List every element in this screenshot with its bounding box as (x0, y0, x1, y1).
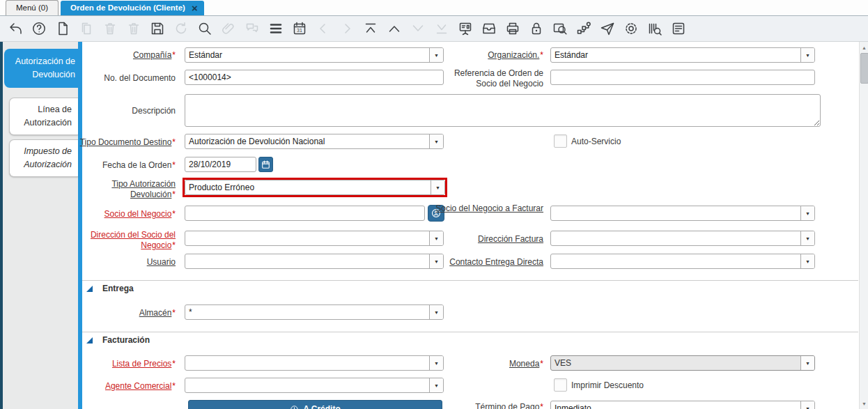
app-window: Menú (0) Orden de Devolución (Cliente) ×… (0, 0, 868, 409)
report-icon[interactable] (457, 21, 473, 37)
zoom-across-icon[interactable] (552, 21, 568, 37)
usuario-combobox[interactable]: ▼ (185, 254, 444, 269)
section-entrega: Entrega (86, 284, 134, 293)
termino-pago-combobox[interactable]: Inmediato▼ (550, 401, 815, 409)
chevron-down-icon[interactable]: ▼ (800, 206, 814, 220)
almacen-label[interactable]: Almacén (70, 308, 176, 318)
parent-record-icon (315, 21, 331, 37)
detail-record-icon (339, 21, 355, 37)
attachment-icon (220, 21, 236, 37)
direccion-factura-combobox[interactable]: ▼ (550, 231, 815, 246)
undo-icon[interactable] (7, 21, 23, 37)
tab-menu[interactable]: Menú (0) (6, 0, 59, 15)
calendar-icon[interactable]: 31 (291, 21, 307, 37)
imprimir-descuento-checkbox[interactable] (554, 378, 567, 392)
referencia-orden-input[interactable] (550, 70, 815, 85)
save-icon[interactable] (149, 21, 165, 37)
socio-negocio-label[interactable]: Socio del Negocio (70, 209, 176, 219)
compania-combobox[interactable]: Estándar▼ (185, 47, 444, 63)
svg-text:31: 31 (297, 28, 302, 33)
section-facturacion-title: Facturación (102, 335, 150, 345)
imprimir-descuento-label: Imprimir Descuento (571, 380, 644, 390)
descripcion-textarea[interactable] (185, 94, 821, 127)
usuario-label[interactable]: Usuario (70, 257, 176, 268)
chevron-down-icon[interactable]: ▼ (800, 231, 814, 245)
socio-facturar-combobox[interactable]: ▼ (550, 206, 815, 221)
organizacion-combobox[interactable]: Estándar▼ (550, 47, 815, 63)
tab-orden-devolucion-label: Orden de Devolución (Cliente) (70, 1, 185, 15)
help-icon[interactable] (31, 21, 47, 37)
almacen-combobox[interactable]: *▼ (185, 304, 444, 320)
new-record-icon[interactable] (54, 21, 70, 37)
direccion-socio-label[interactable]: Dirección del Socio del Negocio (70, 230, 176, 251)
moneda-label[interactable]: Moneda (432, 359, 543, 369)
lista-precios-label[interactable]: Lista de Precios (70, 359, 176, 369)
find-icon[interactable] (196, 21, 212, 37)
previous-record-icon[interactable] (386, 21, 402, 37)
section-divider (82, 280, 858, 281)
request-icon[interactable] (599, 21, 615, 37)
a-credito-button[interactable]: A Crédito (188, 400, 442, 409)
auto-servicio-checkbox[interactable] (554, 134, 567, 148)
chevron-down-icon[interactable]: ▼ (800, 254, 814, 268)
workflow-icon[interactable] (575, 21, 591, 37)
vertical-scrollbar[interactable]: ▲ ▼ (859, 42, 868, 409)
chevron-down-icon[interactable]: ▼ (429, 305, 443, 319)
next-record-icon (410, 21, 426, 37)
scrollbar-thumb[interactable] (860, 53, 868, 84)
compania-label[interactable]: Compañía (70, 50, 176, 61)
tipo-autorizacion-combobox[interactable]: Producto Erróneo▼ (185, 180, 445, 195)
grid-toggle-icon[interactable] (268, 21, 284, 37)
tab-orden-devolucion[interactable]: Orden de Devolución (Cliente) × (61, 1, 204, 15)
descripcion-label: Descripción (70, 106, 176, 116)
chevron-down-icon[interactable]: ▼ (800, 401, 814, 409)
contacto-entrega-combobox[interactable]: ▼ (550, 254, 815, 269)
product-info-icon[interactable] (646, 21, 662, 37)
no-documento-input[interactable] (185, 70, 444, 85)
quick-info-icon[interactable] (670, 21, 686, 37)
highlight-box: Producto Erróneo▼ (183, 178, 447, 197)
calendar-picker-button[interactable] (258, 157, 273, 172)
direccion-socio-combobox[interactable]: ▼ (185, 231, 444, 246)
window-tab-bar: Menú (0) Orden de Devolución (Cliente) × (0, 0, 868, 16)
preferences-icon[interactable] (623, 21, 639, 37)
chevron-down-icon[interactable]: ▼ (429, 378, 443, 392)
termino-pago-label[interactable]: Término de Pago (432, 402, 543, 409)
tipo-documento-destino-label[interactable]: Tipo Documento Destino (70, 137, 176, 148)
collapse-triangle-icon[interactable] (86, 286, 93, 292)
print-icon[interactable] (504, 21, 520, 37)
scroll-up-icon[interactable]: ▲ (860, 43, 868, 52)
section-facturacion: Facturación (86, 335, 150, 345)
first-record-icon[interactable] (362, 21, 378, 37)
socio-facturar-label[interactable]: Socio del Negocio a Facturar (432, 203, 543, 214)
chevron-down-icon[interactable]: ▼ (429, 134, 443, 148)
delete-selection-icon (125, 21, 141, 37)
collapse-triangle-icon[interactable] (86, 337, 93, 344)
moneda-combobox[interactable]: VES▼ (550, 355, 815, 371)
archive-icon[interactable] (481, 21, 497, 37)
socio-negocio-input[interactable] (185, 206, 425, 221)
lock-icon[interactable] (528, 21, 544, 37)
contacto-entrega-label[interactable]: Contacto Entrega Directa (432, 257, 543, 268)
fecha-orden-input[interactable] (185, 157, 256, 172)
agente-comercial-combobox[interactable]: ▼ (185, 378, 444, 393)
organizacion-label[interactable]: Organización. (432, 50, 543, 61)
tipo-autorizacion-label[interactable]: Tipo Autorización Devolución (70, 179, 176, 200)
lista-precios-combobox[interactable]: ▼ (185, 355, 444, 371)
fecha-orden-label: Fecha de la Orden (70, 160, 176, 171)
scroll-down-icon[interactable]: ▼ (860, 399, 868, 408)
auto-servicio-label: Auto-Servicio (571, 137, 621, 146)
clock-icon (290, 405, 299, 409)
tipo-documento-destino-combobox[interactable]: Autorización de Devolución Nacional▼ (185, 134, 444, 149)
chevron-down-icon[interactable]: ▼ (800, 48, 814, 62)
sidebar-tab-linea-autorizacion[interactable]: Línea de Autorización (9, 98, 78, 135)
toolbar: 31 (0, 16, 868, 42)
sidebar-tab-impuesto-autorizacion[interactable]: Impuesto de Autorización (9, 139, 78, 177)
chevron-down-icon[interactable]: ▼ (431, 180, 444, 194)
agente-comercial-label[interactable]: Agente Comercial (70, 381, 176, 392)
section-divider (82, 332, 858, 332)
close-tab-icon[interactable]: × (192, 1, 198, 15)
last-record-icon (433, 21, 449, 37)
chevron-down-icon[interactable]: ▼ (800, 356, 814, 370)
direccion-factura-label[interactable]: Dirección Factura (432, 234, 543, 245)
